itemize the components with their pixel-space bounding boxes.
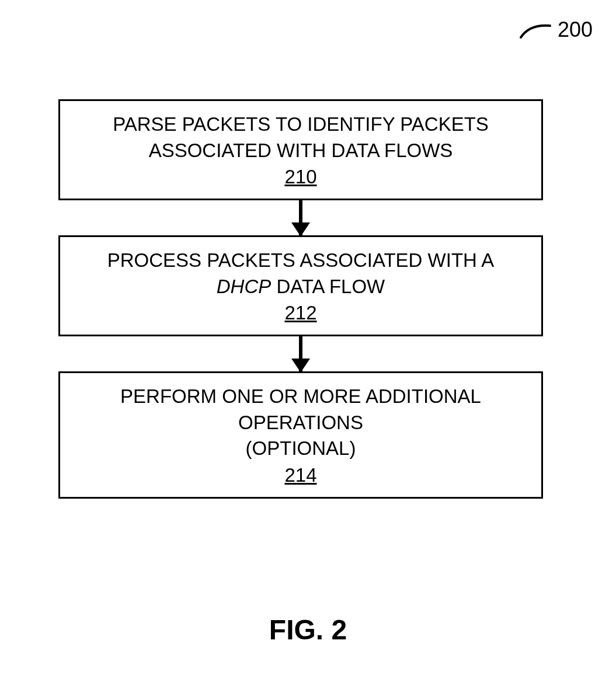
step-1-number: 210 <box>72 166 530 188</box>
step-3-line-1: PERFORM ONE OR MORE ADDITIONAL <box>120 385 481 407</box>
arrow-2 <box>299 336 302 371</box>
flowchart-step-2: PROCESS PACKETS ASSOCIATED WITH A DHCP D… <box>58 235 543 336</box>
step-3-number: 214 <box>72 464 530 486</box>
step-3-line-2: OPERATIONS <box>238 412 363 433</box>
flowchart-step-3: PERFORM ONE OR MORE ADDITIONAL OPERATION… <box>58 371 543 499</box>
figure-caption: FIG. 2 <box>269 614 347 646</box>
reference-number: 200 <box>558 18 593 42</box>
step-3-line-3: (OPTIONAL) <box>246 437 356 459</box>
step-2-suffix: DATA FLOW <box>271 276 385 297</box>
flowchart-step-1: PARSE PACKETS TO IDENTIFY PACKETS ASSOCI… <box>58 99 543 200</box>
step-1-text: PARSE PACKETS TO IDENTIFY PACKETS ASSOCI… <box>72 112 530 163</box>
step-2-text: PROCESS PACKETS ASSOCIATED WITH A DHCP D… <box>72 248 530 300</box>
step-3-text: PERFORM ONE OR MORE ADDITIONAL OPERATION… <box>72 384 530 462</box>
step-2-line-1: PROCESS PACKETS ASSOCIATED WITH A <box>107 249 495 271</box>
arrow-1 <box>299 200 302 235</box>
figure-reference-label: 200 <box>518 18 593 42</box>
flowchart-container: PARSE PACKETS TO IDENTIFY PACKETS ASSOCI… <box>58 99 543 499</box>
reference-curve-icon <box>518 21 553 39</box>
step-2-number: 212 <box>72 302 530 324</box>
step-1-line-1: PARSE PACKETS TO IDENTIFY PACKETS <box>113 113 489 135</box>
step-2-italic: DHCP <box>217 276 272 297</box>
step-1-line-2: ASSOCIATED WITH DATA FLOWS <box>149 140 453 161</box>
